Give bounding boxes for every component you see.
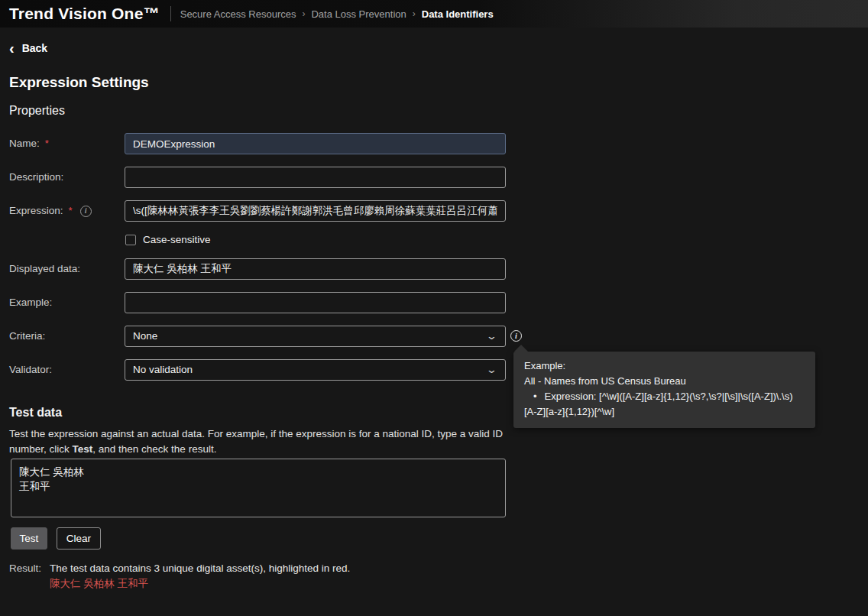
breadcrumb-item-data-loss-prevention[interactable]: Data Loss Prevention: [311, 8, 406, 20]
back-label: Back: [22, 42, 47, 54]
header-divider: [170, 6, 171, 21]
tooltip-expression-line: •Expression: [^\w]([A-Z][a-z]{1,12}(\s?,…: [524, 389, 805, 420]
back-button[interactable]: ‹ Back: [9, 41, 47, 55]
example-label: Example:: [9, 292, 52, 313]
validator-selected-value: No validation: [133, 360, 193, 380]
back-chevron-icon: ‹: [9, 41, 15, 55]
bullet-icon: •: [533, 391, 537, 402]
properties-heading: Properties: [9, 104, 65, 118]
displayed-data-input[interactable]: [125, 258, 506, 280]
result-matched-assets: 陳大仁 吳柏林 王和平: [50, 577, 148, 591]
validator-label: Validator:: [9, 359, 52, 381]
tooltip-title: Example:: [524, 358, 805, 374]
criteria-label: Criteria:: [9, 326, 45, 347]
page-title: Expression Settings: [9, 74, 149, 91]
breadcrumb-item-secure-access-resources[interactable]: Secure Access Resources: [180, 8, 296, 20]
tooltip-arrow: [514, 345, 528, 352]
required-asterisk: *: [45, 133, 49, 154]
name-input[interactable]: [125, 133, 506, 154]
case-sensitive-label: Case-sensitive: [143, 234, 211, 245]
app-logo: Trend Vision One™: [0, 5, 170, 23]
chevron-down-icon: ⌄: [486, 326, 497, 346]
criteria-info-icon[interactable]: i: [510, 330, 522, 342]
breadcrumb-item-data-identifiers: Data Identifiers: [422, 8, 494, 20]
displayed-data-label: Displayed data:: [9, 258, 80, 280]
tooltip-subtitle: All - Names from US Census Bureau: [524, 374, 805, 389]
checkbox-icon: [125, 235, 136, 245]
name-label: Name:*: [9, 133, 49, 154]
required-asterisk: *: [69, 200, 73, 222]
test-data-description: Test the expression against an actual da…: [9, 426, 507, 457]
criteria-select[interactable]: None ⌄: [125, 326, 506, 347]
criteria-selected-value: None: [133, 326, 157, 346]
expression-info-icon[interactable]: i: [80, 206, 92, 217]
example-input[interactable]: [125, 292, 506, 313]
breadcrumb-separator-icon: ›: [302, 8, 305, 19]
criteria-info-tooltip: Example: All - Names from US Census Bure…: [513, 352, 815, 428]
result-label: Result:: [9, 563, 41, 574]
test-button[interactable]: Test: [11, 527, 47, 550]
description-label: Description:: [9, 167, 63, 188]
case-sensitive-checkbox[interactable]: Case-sensitive: [125, 234, 211, 245]
description-input[interactable]: [125, 167, 506, 188]
expression-label: Expression:* i: [9, 200, 92, 222]
chevron-down-icon: ⌄: [486, 360, 497, 380]
breadcrumb-separator-icon: ›: [413, 8, 416, 19]
validator-select[interactable]: No validation ⌄: [125, 359, 506, 381]
test-data-heading: Test data: [9, 406, 62, 420]
test-data-textarea[interactable]: 陳大仁 吳柏林 王和平: [11, 459, 506, 517]
result-message: The test data contains 3 unique digital …: [50, 563, 350, 574]
expression-input[interactable]: [125, 200, 506, 222]
app-header: Trend Vision One™ Secure Access Resource…: [0, 0, 868, 28]
breadcrumb: Secure Access Resources › Data Loss Prev…: [180, 8, 494, 20]
clear-button[interactable]: Clear: [57, 527, 101, 550]
